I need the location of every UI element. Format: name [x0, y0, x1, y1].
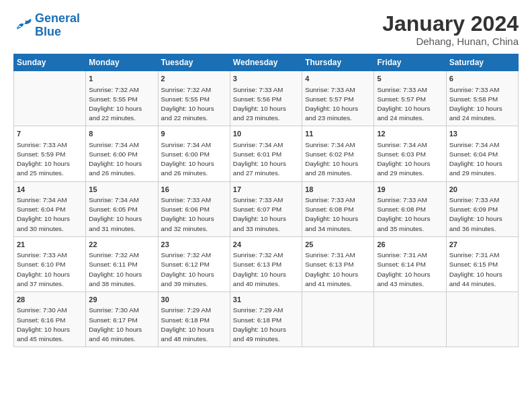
title-block: January 2024 Dehang, Hunan, China — [382, 12, 519, 47]
day-info: Sunrise: 7:32 AM Sunset: 6:13 PM Dayligh… — [233, 250, 299, 289]
logo-text: General Blue — [35, 12, 80, 39]
day-number: 24 — [233, 240, 299, 250]
calendar-cell: 19Sunrise: 7:33 AM Sunset: 6:08 PM Dayli… — [374, 181, 446, 236]
day-info: Sunrise: 7:30 AM Sunset: 6:16 PM Dayligh… — [17, 306, 83, 344]
day-info: Sunrise: 7:29 AM Sunset: 6:18 PM Dayligh… — [233, 306, 299, 344]
calendar-week-3: 14Sunrise: 7:34 AM Sunset: 6:04 PM Dayli… — [14, 181, 519, 236]
calendar-cell: 26Sunrise: 7:31 AM Sunset: 6:14 PM Dayli… — [374, 236, 446, 291]
day-number: 10 — [233, 129, 299, 139]
calendar-cell: 5Sunrise: 7:33 AM Sunset: 5:57 PM Daylig… — [374, 71, 446, 126]
day-info: Sunrise: 7:30 AM Sunset: 6:17 PM Dayligh… — [89, 306, 154, 344]
day-number: 30 — [161, 295, 227, 305]
calendar-cell: 17Sunrise: 7:33 AM Sunset: 6:07 PM Dayli… — [230, 181, 302, 236]
day-number: 1 — [89, 74, 154, 84]
calendar-cell — [302, 292, 374, 347]
calendar-cell: 12Sunrise: 7:34 AM Sunset: 6:03 PM Dayli… — [374, 126, 446, 181]
day-number: 31 — [233, 295, 299, 305]
day-info: Sunrise: 7:33 AM Sunset: 5:59 PM Dayligh… — [17, 140, 83, 179]
day-number: 26 — [377, 240, 443, 250]
day-info: Sunrise: 7:32 AM Sunset: 6:11 PM Dayligh… — [89, 250, 154, 289]
calendar-cell: 4Sunrise: 7:33 AM Sunset: 5:57 PM Daylig… — [302, 71, 374, 126]
calendar-cell: 30Sunrise: 7:29 AM Sunset: 6:18 PM Dayli… — [158, 292, 230, 347]
day-info: Sunrise: 7:34 AM Sunset: 6:04 PM Dayligh… — [449, 140, 515, 179]
day-info: Sunrise: 7:33 AM Sunset: 6:08 PM Dayligh… — [377, 195, 443, 234]
day-info: Sunrise: 7:34 AM Sunset: 6:00 PM Dayligh… — [161, 140, 227, 179]
calendar-cell: 3Sunrise: 7:33 AM Sunset: 5:56 PM Daylig… — [230, 71, 302, 126]
day-number: 27 — [449, 240, 515, 250]
calendar-cell: 13Sunrise: 7:34 AM Sunset: 6:04 PM Dayli… — [446, 126, 518, 181]
day-info: Sunrise: 7:33 AM Sunset: 6:08 PM Dayligh… — [305, 195, 371, 234]
day-info: Sunrise: 7:33 AM Sunset: 5:56 PM Dayligh… — [233, 85, 299, 124]
col-sunday: Sunday — [14, 54, 86, 71]
day-info: Sunrise: 7:34 AM Sunset: 6:04 PM Dayligh… — [17, 195, 83, 234]
day-number: 5 — [377, 74, 443, 84]
logo: General Blue — [13, 12, 80, 39]
day-number: 25 — [305, 240, 371, 250]
day-info: Sunrise: 7:32 AM Sunset: 5:55 PM Dayligh… — [161, 85, 227, 124]
day-number: 20 — [449, 185, 515, 195]
calendar-cell: 25Sunrise: 7:31 AM Sunset: 6:13 PM Dayli… — [302, 236, 374, 291]
calendar-cell: 22Sunrise: 7:32 AM Sunset: 6:11 PM Dayli… — [86, 236, 158, 291]
main-title: January 2024 — [382, 12, 519, 36]
day-info: Sunrise: 7:32 AM Sunset: 6:12 PM Dayligh… — [161, 250, 227, 289]
day-info: Sunrise: 7:33 AM Sunset: 6:09 PM Dayligh… — [449, 195, 515, 234]
calendar-cell: 6Sunrise: 7:33 AM Sunset: 5:58 PM Daylig… — [446, 71, 518, 126]
day-number: 17 — [233, 185, 299, 195]
calendar-week-4: 21Sunrise: 7:33 AM Sunset: 6:10 PM Dayli… — [14, 236, 519, 291]
day-number: 19 — [377, 185, 443, 195]
col-thursday: Thursday — [302, 54, 374, 71]
day-number: 11 — [305, 129, 371, 139]
calendar-cell: 20Sunrise: 7:33 AM Sunset: 6:09 PM Dayli… — [446, 181, 518, 236]
calendar-cell: 23Sunrise: 7:32 AM Sunset: 6:12 PM Dayli… — [158, 236, 230, 291]
day-info: Sunrise: 7:33 AM Sunset: 5:58 PM Dayligh… — [449, 85, 515, 124]
col-friday: Friday — [374, 54, 446, 71]
day-info: Sunrise: 7:34 AM Sunset: 6:02 PM Dayligh… — [305, 140, 371, 179]
calendar-cell: 21Sunrise: 7:33 AM Sunset: 6:10 PM Dayli… — [14, 236, 86, 291]
calendar-cell: 18Sunrise: 7:33 AM Sunset: 6:08 PM Dayli… — [302, 181, 374, 236]
logo-blue: Blue — [35, 25, 61, 38]
header-row: Sunday Monday Tuesday Wednesday Thursday… — [14, 54, 519, 71]
calendar-cell: 28Sunrise: 7:30 AM Sunset: 6:16 PM Dayli… — [14, 292, 86, 347]
day-info: Sunrise: 7:33 AM Sunset: 6:10 PM Dayligh… — [17, 250, 83, 289]
calendar-cell: 31Sunrise: 7:29 AM Sunset: 6:18 PM Dayli… — [230, 292, 302, 347]
calendar-cell — [446, 292, 518, 347]
day-number: 22 — [89, 240, 154, 250]
subtitle: Dehang, Hunan, China — [382, 36, 519, 47]
day-info: Sunrise: 7:31 AM Sunset: 6:14 PM Dayligh… — [377, 250, 443, 289]
logo-bird-icon — [13, 18, 32, 33]
calendar-cell — [374, 292, 446, 347]
day-info: Sunrise: 7:34 AM Sunset: 6:01 PM Dayligh… — [233, 140, 299, 179]
day-number: 18 — [305, 185, 371, 195]
day-number: 2 — [161, 74, 227, 84]
day-number: 23 — [161, 240, 227, 250]
col-saturday: Saturday — [446, 54, 518, 71]
col-tuesday: Tuesday — [158, 54, 230, 71]
calendar-cell: 10Sunrise: 7:34 AM Sunset: 6:01 PM Dayli… — [230, 126, 302, 181]
col-wednesday: Wednesday — [230, 54, 302, 71]
day-number: 16 — [161, 185, 227, 195]
day-number: 21 — [17, 240, 83, 250]
day-info: Sunrise: 7:34 AM Sunset: 6:03 PM Dayligh… — [377, 140, 443, 179]
day-number: 9 — [161, 129, 227, 139]
calendar-cell: 8Sunrise: 7:34 AM Sunset: 6:00 PM Daylig… — [86, 126, 158, 181]
calendar-cell: 11Sunrise: 7:34 AM Sunset: 6:02 PM Dayli… — [302, 126, 374, 181]
calendar-week-1: 1Sunrise: 7:32 AM Sunset: 5:55 PM Daylig… — [14, 71, 519, 126]
day-info: Sunrise: 7:33 AM Sunset: 6:06 PM Dayligh… — [161, 195, 227, 234]
day-number: 14 — [17, 185, 83, 195]
day-info: Sunrise: 7:31 AM Sunset: 6:13 PM Dayligh… — [305, 250, 371, 289]
day-number: 28 — [17, 295, 83, 305]
calendar-cell: 14Sunrise: 7:34 AM Sunset: 6:04 PM Dayli… — [14, 181, 86, 236]
day-info: Sunrise: 7:34 AM Sunset: 6:05 PM Dayligh… — [89, 195, 154, 234]
calendar-cell: 27Sunrise: 7:31 AM Sunset: 6:15 PM Dayli… — [446, 236, 518, 291]
day-number: 4 — [305, 74, 371, 84]
calendar-cell: 2Sunrise: 7:32 AM Sunset: 5:55 PM Daylig… — [158, 71, 230, 126]
day-number: 8 — [89, 129, 154, 139]
calendar-cell: 1Sunrise: 7:32 AM Sunset: 5:55 PM Daylig… — [86, 71, 158, 126]
page: General Blue January 2024 Dehang, Hunan,… — [0, 0, 532, 411]
calendar-cell: 29Sunrise: 7:30 AM Sunset: 6:17 PM Dayli… — [86, 292, 158, 347]
day-number: 29 — [89, 295, 154, 305]
day-info: Sunrise: 7:33 AM Sunset: 6:07 PM Dayligh… — [233, 195, 299, 234]
day-number: 12 — [377, 129, 443, 139]
day-info: Sunrise: 7:29 AM Sunset: 6:18 PM Dayligh… — [161, 306, 227, 344]
col-monday: Monday — [86, 54, 158, 71]
